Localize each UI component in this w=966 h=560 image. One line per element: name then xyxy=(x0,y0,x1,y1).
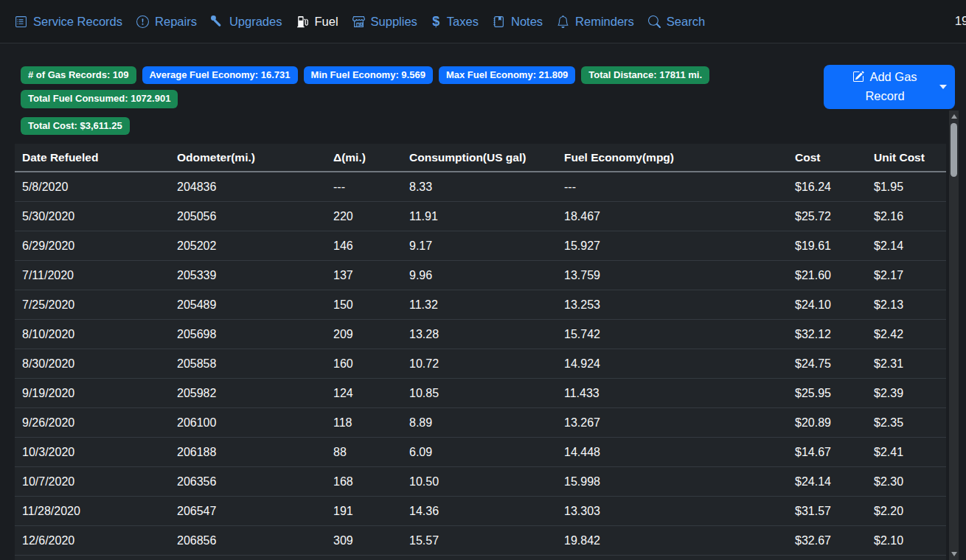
table-cell: 209 xyxy=(326,319,402,349)
table-row[interactable]: 5/8/2020204836---8.33---$16.24$1.95 xyxy=(15,172,946,202)
table-cell: 205339 xyxy=(170,260,326,290)
table-row[interactable]: 7/11/20202053391379.9613.759$21.60$2.17 xyxy=(15,260,946,290)
nav-label: Search xyxy=(667,15,705,29)
table-row[interactable]: 9/19/202020598212410.8511.433$25.95$2.39 xyxy=(15,378,946,407)
table-cell: $26.54 xyxy=(788,555,866,560)
table-cell: $2.20 xyxy=(866,496,946,525)
fuel-pump-icon xyxy=(296,15,308,28)
table-cell: 15.927 xyxy=(557,231,788,260)
nav-label: Taxes xyxy=(447,15,479,29)
table-cell: $14.67 xyxy=(788,437,866,466)
table-row[interactable]: 10/3/2020206188886.0914.448$14.67$2.41 xyxy=(15,437,946,466)
table-cell: $2.19 xyxy=(866,555,946,560)
table-cell: 206100 xyxy=(170,407,326,437)
nav-item-upgrades[interactable]: Upgrades xyxy=(211,15,282,29)
table-cell: 15.998 xyxy=(557,466,788,496)
table-cell: 18.467 xyxy=(557,201,788,231)
nav-item-fuel[interactable]: Fuel xyxy=(296,15,338,29)
nav-item-supplies[interactable]: Supplies xyxy=(352,15,417,29)
table-row[interactable]: 11/28/202020654719114.3613.303$31.57$2.2… xyxy=(15,496,946,525)
table-cell: 309 xyxy=(326,525,402,555)
table-row[interactable]: 9/26/20202061001188.8913.267$20.89$2.35 xyxy=(15,407,946,437)
table-cell: 9.96 xyxy=(402,260,557,290)
scroll-up-arrow-icon[interactable] xyxy=(951,114,957,119)
nav-item-reminders[interactable]: Reminders xyxy=(557,15,634,29)
add-gas-record-button[interactable]: Add Gas Record xyxy=(824,65,955,109)
table-row[interactable]: 12/6/202020685630915.5719.842$32.67$2.10 xyxy=(15,525,946,555)
table-cell: $21.60 xyxy=(788,260,866,290)
nav-label: Reminders xyxy=(575,15,634,29)
table-cell: $2.41 xyxy=(866,437,946,466)
table-cell: $2.42 xyxy=(866,319,946,349)
table-cell: 11.91 xyxy=(402,201,557,231)
table-row[interactable]: 8/10/202020569820913.2815.742$32.12$2.42 xyxy=(15,319,946,349)
table-cell: $1.95 xyxy=(866,172,946,202)
table-cell: 5/8/2020 xyxy=(15,172,170,202)
nav-label: Upgrades xyxy=(229,15,282,29)
table-row[interactable]: 8/30/202020585816010.7214.924$24.75$2.31 xyxy=(15,349,946,378)
table-cell: 5/30/2020 xyxy=(15,201,170,231)
pencil-square-icon xyxy=(852,71,864,83)
nav-item-repairs[interactable]: Repairs xyxy=(136,15,197,29)
table-cell: 191 xyxy=(326,496,402,525)
nav-item-taxes[interactable]: $ Taxes xyxy=(431,14,479,29)
summary-badges-row-1: # of Gas Records: 109Average Fuel Econom… xyxy=(21,66,796,108)
table-cell: 124 xyxy=(326,378,402,407)
table-cell: 10/7/2020 xyxy=(15,466,170,496)
table-cell: $2.13 xyxy=(866,290,946,319)
fuel-records-table: Date RefueledOdometer(mi.)Δ(mi.)Consumpt… xyxy=(15,144,946,560)
table-cell: 13.28 xyxy=(402,319,557,349)
fuel-records-table-wrap: Date RefueledOdometer(mi.)Δ(mi.)Consumpt… xyxy=(15,144,946,560)
table-cell: $2.39 xyxy=(866,378,946,407)
table-cell: $31.57 xyxy=(788,496,866,525)
table-cell: 205982 xyxy=(170,378,326,407)
table-row[interactable]: 12/24/202020697211612.129.569$26.54$2.19 xyxy=(15,555,946,560)
table-row[interactable]: 6/29/20202052021469.1715.927$19.61$2.14 xyxy=(15,231,946,260)
add-gas-record-label: Add Gas Record xyxy=(865,70,917,102)
table-cell: 118 xyxy=(326,407,402,437)
bell-icon xyxy=(557,15,569,28)
summary-badge: Min Fuel Economy: 9.569 xyxy=(304,66,433,84)
table-row[interactable]: 10/7/202020635616810.5015.998$24.14$2.30 xyxy=(15,466,946,496)
column-header: Fuel Economy(mpg) xyxy=(557,144,788,172)
column-header: Cost xyxy=(788,144,866,172)
vertical-scrollbar[interactable] xyxy=(949,111,959,560)
fuel-table-header-row: Date RefueledOdometer(mi.)Δ(mi.)Consumpt… xyxy=(15,144,946,172)
table-cell: 146 xyxy=(326,231,402,260)
table-cell: $19.61 xyxy=(788,231,866,260)
table-cell: 160 xyxy=(326,349,402,378)
table-cell: 9/26/2020 xyxy=(15,407,170,437)
caret-down-icon[interactable] xyxy=(939,85,947,89)
table-cell: $2.10 xyxy=(866,525,946,555)
table-row[interactable]: 7/25/202020548915011.3213.253$24.10$2.13 xyxy=(15,290,946,319)
table-cell: 206856 xyxy=(170,525,326,555)
table-cell: 8/30/2020 xyxy=(15,349,170,378)
nav-label: Supplies xyxy=(371,15,417,29)
table-cell: $32.67 xyxy=(788,525,866,555)
card-list-icon xyxy=(15,15,27,28)
nav-item-search[interactable]: Search xyxy=(648,15,705,29)
scrollbar-thumb[interactable] xyxy=(951,123,957,177)
table-cell: 205202 xyxy=(170,231,326,260)
column-header: Δ(mi.) xyxy=(326,144,402,172)
shop-icon xyxy=(352,15,365,28)
summary-badge: Max Fuel Economy: 21.809 xyxy=(439,66,575,84)
table-cell: $20.89 xyxy=(788,407,866,437)
nav-label: Repairs xyxy=(155,15,197,29)
scroll-down-arrow-icon[interactable] xyxy=(951,552,957,556)
table-cell: 220 xyxy=(326,201,402,231)
summary-badge: Total Fuel Consumed: 1072.901 xyxy=(21,90,178,108)
table-cell: --- xyxy=(557,172,788,202)
table-cell: 88 xyxy=(326,437,402,466)
table-cell: 10.85 xyxy=(402,378,557,407)
table-cell: 150 xyxy=(326,290,402,319)
nav-item-service-records[interactable]: Service Records xyxy=(15,15,122,29)
table-cell: 15.57 xyxy=(402,525,557,555)
nav-item-notes[interactable]: Notes xyxy=(493,15,543,29)
table-cell: 6/29/2020 xyxy=(15,231,170,260)
summary-badge: Average Fuel Economy: 16.731 xyxy=(142,66,298,84)
table-cell: $24.14 xyxy=(788,466,866,496)
top-navbar: Service Records Repairs Upgrades Fuel Su… xyxy=(0,0,966,43)
table-row[interactable]: 5/30/202020505622011.9118.467$25.72$2.16 xyxy=(15,201,946,231)
dollar-icon: $ xyxy=(431,14,441,29)
